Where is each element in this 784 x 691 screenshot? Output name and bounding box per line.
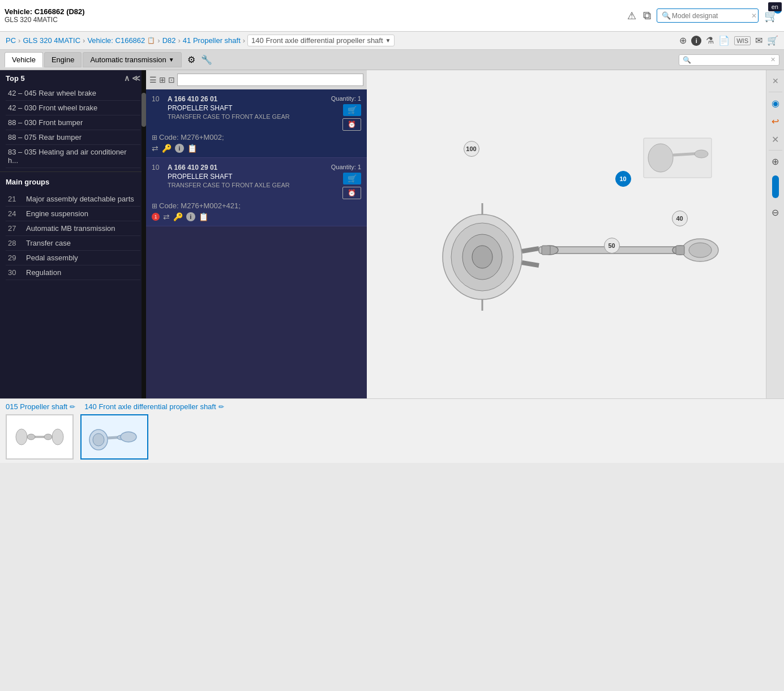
part-0-clock-btn[interactable]: ⏰	[342, 118, 361, 131]
rt-zoom-in-btn[interactable]: ⊕	[767, 153, 784, 170]
part-item-0[interactable]: 10 A 166 410 26 01 PROPELLER SHAFT TRANS…	[146, 89, 367, 158]
vehicle-copy-icon[interactable]: 📋	[147, 37, 155, 44]
top5-item-4[interactable]: 83 – 035 Heating and air conditioner h..…	[6, 145, 140, 168]
part-1-info-icon[interactable]: i	[186, 212, 195, 221]
mg-item-29[interactable]: 29 Pedal assembly	[6, 251, 140, 265]
breadcrumb-d82[interactable]: D82	[162, 36, 176, 45]
part-0-info-icon[interactable]: i	[175, 144, 184, 153]
breadcrumb-pc[interactable]: PC	[6, 36, 16, 45]
parts-expand-icon[interactable]: ⊡	[168, 75, 175, 84]
mg-item-21[interactable]: 21 Major assembly detachable parts	[6, 192, 140, 207]
part-1-doc-icon[interactable]: 📋	[199, 212, 208, 221]
part-0-replace-icon[interactable]: ⇄	[152, 144, 158, 153]
thumb-label-0[interactable]: 015 Propeller shaft ✏	[6, 402, 75, 411]
warning-button[interactable]: ⚠	[626, 8, 637, 23]
rt-circle-btn[interactable]: ◉	[767, 95, 784, 111]
tab-vehicle[interactable]: Vehicle	[5, 52, 43, 67]
breadcrumb-cart-icon[interactable]: 🛒	[767, 35, 778, 46]
rt-separator-1	[769, 92, 782, 92]
mg-item-27[interactable]: 27 Automatic MB transmission	[6, 221, 140, 236]
part-1-replace-icon[interactable]: ⇄	[163, 212, 170, 221]
thumb-1-edit-icon[interactable]: ✏	[219, 403, 224, 411]
mail-icon[interactable]: ✉	[755, 35, 762, 46]
top5-item-1[interactable]: 42 – 030 Front wheel brake	[6, 101, 140, 115]
thumb-label-1[interactable]: 140 Front axle differential propeller sh…	[84, 402, 224, 411]
svg-point-3	[472, 246, 492, 268]
top5-item-2[interactable]: 88 – 030 Front bumper	[6, 115, 140, 130]
tab-transmission[interactable]: Automatic transmission ▼	[83, 52, 181, 67]
part-item-1[interactable]: 10 A 166 410 29 01 PROPELLER SHAFT TRANS…	[146, 158, 367, 226]
tab-search-icon[interactable]: 🔍	[683, 56, 691, 64]
svg-line-5	[522, 263, 539, 265]
part-0-doc-icon[interactable]: 📋	[187, 144, 197, 153]
diagram-svg	[429, 127, 723, 336]
thumbnail-0[interactable]	[6, 414, 74, 460]
tab-engine-label: Engine	[52, 55, 74, 64]
breadcrumb: PC › GLS 320 4MATIC › Vehicle: C166862 📋…	[0, 32, 784, 50]
top-search-input[interactable]	[672, 12, 751, 20]
rt-blue-handle[interactable]	[772, 175, 779, 198]
top-search-icon[interactable]: 🔍	[661, 10, 672, 21]
mg-item-28[interactable]: 28 Transfer case	[6, 236, 140, 251]
vehicle-model: GLS 320 4MATIC	[5, 16, 626, 24]
svg-point-20	[16, 429, 27, 445]
top5-collapse-icon[interactable]: ∧	[124, 74, 130, 83]
top5-item-3[interactable]: 88 – 075 Rear bumper	[6, 130, 140, 145]
part-1-desc: TRANSFER CASE TO FRONT AXLE GEAR	[168, 182, 331, 188]
filter-icon[interactable]: ⚗	[706, 35, 714, 46]
topbar: Vehicle: C166862 (D82) GLS 320 4MATIC ⚠ …	[0, 0, 784, 32]
part-0-code-icon: ⊞	[152, 134, 157, 141]
parts-panel: ☰ ⊞ ⊡ 10 A 166 410 26 01 PROPELLER SHAFT…	[146, 70, 367, 398]
mg-item-24[interactable]: 24 Engine suspension	[6, 207, 140, 221]
breadcrumb-propeller[interactable]: 41 Propeller shaft	[183, 36, 241, 45]
rt-undo-btn[interactable]: ↩	[767, 113, 784, 130]
clear-search-icon[interactable]: ✕	[751, 12, 757, 20]
info-icon[interactable]: i	[691, 36, 701, 46]
part-0-key-icon[interactable]: 🔑	[162, 144, 172, 153]
mg-item-30[interactable]: 30 Regulation	[6, 265, 140, 280]
part-0-cart-btn[interactable]: 🛒	[343, 104, 361, 116]
top5-item-0[interactable]: 42 – 045 Rear wheel brake	[6, 86, 140, 101]
tab-search-clear-icon[interactable]: ✕	[770, 56, 776, 63]
part-1-badge: 1	[152, 213, 160, 221]
tab-engine[interactable]: Engine	[44, 52, 82, 67]
part-item-0-header: 10 A 166 410 26 01 PROPELLER SHAFT TRANS…	[152, 95, 361, 131]
breadcrumb-active[interactable]: 140 Front axle differential propeller sh…	[247, 35, 395, 46]
zoom-in-icon[interactable]: ⊕	[679, 35, 687, 46]
part-0-name: PROPELLER SHAFT	[168, 104, 331, 112]
top5-close-icon[interactable]: ≪	[132, 74, 140, 83]
copy-button[interactable]: ⧉	[642, 8, 652, 23]
dropdown-arrow-icon[interactable]: ▼	[385, 37, 391, 44]
tab-tools-icon[interactable]: 🔧	[201, 54, 212, 65]
parts-list: 10 A 166 410 26 01 PROPELLER SHAFT TRANS…	[146, 89, 367, 398]
breadcrumb-gls[interactable]: GLS 320 4MATIC	[23, 36, 80, 45]
lang-badge[interactable]: en	[768, 2, 782, 11]
breadcrumb-vehicle[interactable]: Vehicle: C166862	[87, 36, 145, 45]
sidebar-maingroups: Main groups 21 Major assembly detachable…	[0, 172, 146, 284]
doc-icon[interactable]: 📄	[718, 35, 730, 46]
sidebar-scrollbar-thumb[interactable]	[142, 93, 146, 127]
rt-zoom-out-btn[interactable]: ⊖	[767, 204, 784, 221]
parts-grid-view-icon[interactable]: ⊞	[159, 75, 166, 84]
thumb-0-edit-icon[interactable]: ✏	[70, 403, 75, 411]
parts-list-view-icon[interactable]: ☰	[149, 75, 157, 84]
part-item-1-header: 10 A 166 410 29 01 PROPELLER SHAFT TRANS…	[152, 164, 361, 199]
part-1-clock-btn[interactable]: ⏰	[342, 187, 361, 199]
part-1-code: ⊞ Code: M276+M002+421;	[152, 201, 361, 210]
svg-rect-14	[676, 246, 684, 255]
diagram-label-100: 100	[464, 141, 479, 157]
part-1-cart-btn[interactable]: 🛒	[343, 173, 361, 184]
diagram-label-50: 50	[604, 238, 620, 254]
rt-close-btn[interactable]: ✕	[767, 72, 784, 89]
parts-search-bar	[177, 74, 363, 86]
part-1-key-icon[interactable]: 🔑	[173, 212, 183, 221]
part-1-pos: 10	[152, 164, 168, 171]
tab-search-input[interactable]	[691, 56, 770, 64]
thumbnail-1[interactable]	[80, 414, 148, 460]
part-0-code: ⊞ Code: M276+M002;	[152, 133, 361, 141]
wis-icon[interactable]: WIS	[734, 36, 751, 45]
tab-settings-icon[interactable]: ⚙	[187, 54, 195, 65]
rt-x-btn[interactable]: ✕	[767, 131, 784, 148]
tab-transmission-arrow[interactable]: ▼	[169, 57, 174, 63]
parts-search-input[interactable]	[180, 76, 361, 84]
